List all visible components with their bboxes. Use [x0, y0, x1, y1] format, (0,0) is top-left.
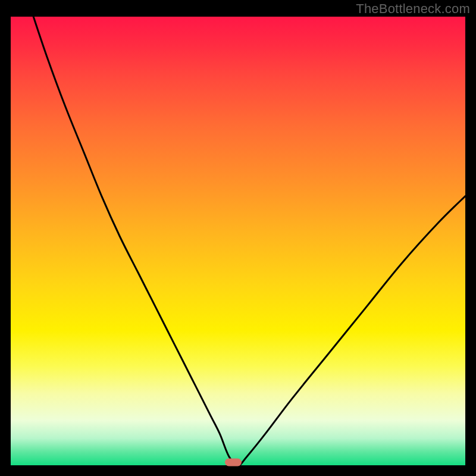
watermark-text: TheBottleneck.com	[356, 1, 470, 17]
plot-area	[11, 17, 465, 465]
bottleneck-curve	[11, 17, 465, 465]
chart-frame: TheBottleneck.com	[0, 0, 476, 476]
minimum-marker	[225, 459, 242, 466]
